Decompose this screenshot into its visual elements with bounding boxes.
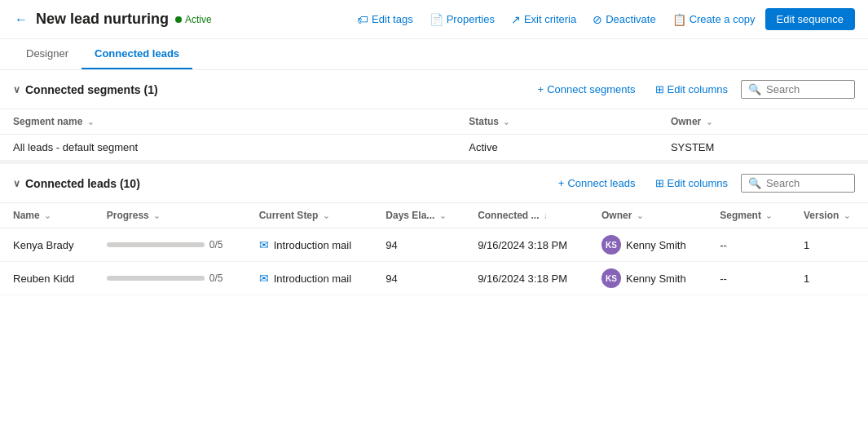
leads-chevron-icon: ∨: [13, 178, 20, 189]
lead-progress-cell: 0/5: [94, 228, 246, 262]
status-badge: Active: [175, 14, 212, 25]
deactivate-icon: ⊘: [593, 13, 602, 26]
segments-title-text: Connected segments (1): [25, 83, 158, 96]
app-header: ← New lead nurturing Active 🏷 Edit tags …: [0, 0, 868, 39]
segments-col-status: Status ⌄: [456, 109, 658, 135]
leads-search-box: 🔍: [741, 174, 855, 193]
segments-section-header: ∨ Connected segments (1) + Connect segme…: [0, 70, 868, 109]
segments-table: Segment name ⌄ Status ⌄ Owner ⌄ All lead…: [0, 109, 868, 161]
leads-col-owner: Owner ⌄: [588, 203, 707, 228]
email-icon: ✉: [259, 272, 269, 285]
leads-version-sort-icon: ⌄: [844, 211, 850, 220]
table-row: Kenya Brady 0/5 ✉ Introduction mail 94 9…: [0, 228, 868, 262]
connect-segments-plus-icon: +: [538, 83, 544, 95]
leads-table: Name ⌄ Progress ⌄ Current Step ⌄ Days El…: [0, 203, 868, 295]
connect-leads-button[interactable]: + Connect leads: [552, 174, 642, 193]
leads-segment-sort-icon: ⌄: [765, 211, 772, 220]
deactivate-label: Deactivate: [606, 13, 655, 25]
segments-name-sort-icon: ⌄: [87, 117, 94, 126]
leads-title-text: Connected leads (10): [25, 177, 140, 190]
lead-name-cell: Kenya Brady: [0, 228, 94, 262]
leads-col-version: Version ⌄: [791, 203, 868, 228]
segments-edit-columns-icon: ⊞: [655, 83, 664, 95]
leads-col-connected: Connected ... ↓: [465, 203, 588, 228]
segments-search-box: 🔍: [741, 80, 855, 99]
connected-segments-section: ∨ Connected segments (1) + Connect segme…: [0, 70, 868, 161]
create-copy-button[interactable]: 📋 Create a copy: [666, 10, 762, 29]
leads-owner-sort-icon: ⌄: [637, 211, 643, 220]
segments-actions: + Connect segments ⊞ Edit columns 🔍: [531, 80, 855, 99]
segments-owner-sort-icon: ⌄: [706, 117, 712, 126]
segment-name-cell: All leads - default segment: [0, 135, 456, 161]
leads-search-input[interactable]: [766, 177, 848, 189]
leads-edit-columns-icon: ⊞: [655, 177, 664, 189]
leads-actions: + Connect leads ⊞ Edit columns 🔍: [552, 174, 855, 193]
exit-criteria-label: Exit criteria: [524, 13, 576, 25]
lead-version-cell: 1: [791, 228, 868, 262]
tab-designer[interactable]: Designer: [13, 39, 82, 69]
leads-search-icon: 🔍: [748, 177, 761, 189]
leads-days-sort-icon: ⌄: [439, 211, 446, 220]
segment-status-cell: Active: [456, 135, 658, 161]
lead-progress-cell: 0/5: [94, 262, 246, 295]
leads-col-name: Name ⌄: [0, 203, 94, 228]
segments-section-title: ∨ Connected segments (1): [13, 83, 158, 96]
connect-segments-label: Connect segments: [547, 83, 635, 95]
lead-days-cell: 94: [372, 262, 465, 295]
segment-owner-cell: SYSTEM: [658, 135, 868, 161]
edit-tags-label: Edit tags: [372, 13, 413, 25]
lead-connected-cell: 9/16/2024 3:18 PM: [465, 262, 588, 295]
lead-segment-cell: --: [707, 262, 791, 295]
properties-button[interactable]: 📄 Properties: [423, 10, 501, 29]
connect-leads-label: Connect leads: [567, 177, 635, 189]
lead-connected-cell: 9/16/2024 3:18 PM: [465, 228, 588, 262]
table-row: All leads - default segment Active SYSTE…: [0, 135, 868, 161]
edit-sequence-button[interactable]: Edit sequence: [765, 8, 855, 30]
segments-search-input[interactable]: [766, 83, 848, 95]
leads-edit-columns-button[interactable]: ⊞ Edit columns: [649, 174, 734, 193]
create-copy-icon: 📋: [672, 13, 686, 26]
lead-days-cell: 94: [372, 228, 465, 262]
segments-col-name: Segment name ⌄: [0, 109, 456, 135]
leads-section-header: ∨ Connected leads (10) + Connect leads ⊞…: [0, 164, 868, 203]
tabs-bar: Designer Connected leads: [0, 39, 868, 70]
lead-owner-cell: KS Kenny Smith: [588, 228, 707, 262]
lead-name-cell: Reuben Kidd: [0, 262, 94, 295]
avatar: KS: [601, 235, 621, 255]
leads-col-current-step: Current Step ⌄: [246, 203, 373, 228]
leads-col-progress: Progress ⌄: [94, 203, 246, 228]
exit-criteria-button[interactable]: ↗ Exit criteria: [504, 10, 583, 29]
table-row: Reuben Kidd 0/5 ✉ Introduction mail 94 9…: [0, 262, 868, 295]
deactivate-button[interactable]: ⊘ Deactivate: [586, 10, 662, 29]
leads-edit-columns-label: Edit columns: [668, 177, 728, 189]
back-button[interactable]: ←: [13, 11, 29, 29]
status-text: Active: [185, 14, 212, 25]
lead-step-cell: ✉ Introduction mail: [246, 228, 373, 262]
leads-table-header-row: Name ⌄ Progress ⌄ Current Step ⌄ Days El…: [0, 203, 868, 228]
lead-segment-cell: --: [707, 228, 791, 262]
status-dot: [175, 16, 182, 23]
edit-tags-button[interactable]: 🏷 Edit tags: [350, 10, 420, 29]
leads-table-container: Name ⌄ Progress ⌄ Current Step ⌄ Days El…: [0, 203, 868, 295]
segments-edit-columns-button[interactable]: ⊞ Edit columns: [649, 80, 734, 99]
email-icon: ✉: [259, 238, 269, 251]
properties-label: Properties: [447, 13, 495, 25]
leads-col-days: Days Ela... ⌄: [372, 203, 465, 228]
lead-version-cell: 1: [791, 262, 868, 295]
create-copy-label: Create a copy: [690, 13, 756, 25]
connect-segments-button[interactable]: + Connect segments: [531, 80, 642, 99]
header-left: ← New lead nurturing Active: [13, 11, 350, 29]
lead-owner-cell: KS Kenny Smith: [588, 262, 707, 295]
segments-search-icon: 🔍: [748, 83, 761, 95]
exit-criteria-icon: ↗: [511, 13, 521, 26]
segments-col-owner: Owner ⌄: [658, 109, 868, 135]
segments-edit-columns-label: Edit columns: [668, 83, 728, 95]
leads-name-sort-icon: ⌄: [44, 211, 51, 220]
connected-leads-section: ∨ Connected leads (10) + Connect leads ⊞…: [0, 164, 868, 295]
leads-connected-sort-icon: ↓: [544, 211, 548, 220]
properties-icon: 📄: [430, 13, 443, 26]
page-title: New lead nurturing: [36, 11, 169, 28]
segments-status-sort-icon: ⌄: [503, 117, 509, 126]
segments-chevron-icon: ∨: [13, 84, 20, 95]
tab-connected-leads[interactable]: Connected leads: [82, 39, 192, 69]
